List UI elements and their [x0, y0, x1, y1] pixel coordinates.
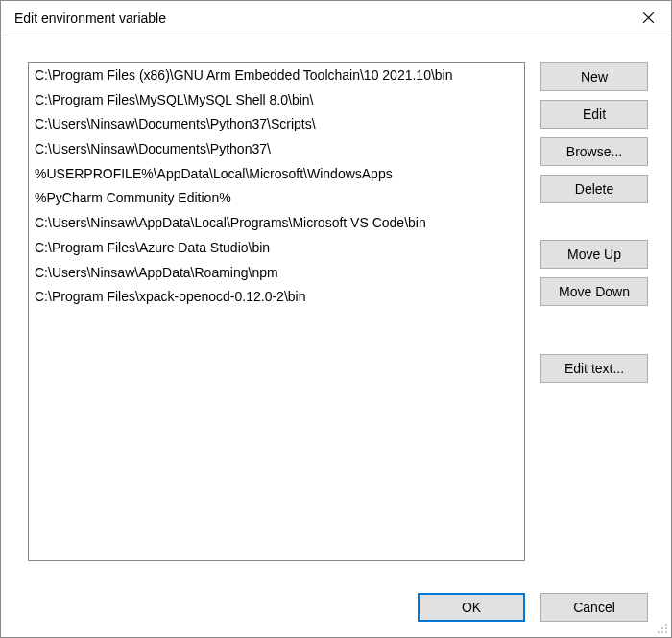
edit-button[interactable]: Edit	[540, 100, 648, 129]
path-listbox[interactable]: C:\Program Files (x86)\GNU Arm Embedded …	[28, 62, 525, 561]
move-up-button[interactable]: Move Up	[540, 240, 648, 269]
delete-button[interactable]: Delete	[540, 175, 648, 203]
list-item[interactable]: C:\Program Files\Azure Data Studio\bin	[29, 236, 524, 261]
side-button-column: New Edit Browse... Delete Move Up Move D…	[540, 62, 648, 579]
close-icon	[642, 12, 655, 24]
spacer	[540, 212, 648, 231]
list-item[interactable]: %USERPROFILE%\AppData\Local\Microsoft\Wi…	[29, 162, 524, 187]
resize-grip-icon[interactable]	[657, 623, 668, 634]
window-title: Edit environment variable	[14, 11, 625, 26]
dialog-footer: OK Cancel	[28, 593, 648, 622]
list-item[interactable]: C:\Program Files\xpack-openocd-0.12.0-2\…	[29, 285, 524, 310]
new-button[interactable]: New	[540, 62, 648, 91]
main-row: C:\Program Files (x86)\GNU Arm Embedded …	[28, 62, 648, 579]
close-button[interactable]	[625, 1, 671, 35]
list-item[interactable]: %PyCharm Community Edition%	[29, 186, 524, 211]
list-item[interactable]: C:\Users\Ninsaw\AppData\Local\Programs\M…	[29, 211, 524, 236]
list-item[interactable]: C:\Users\Ninsaw\AppData\Roaming\npm	[29, 261, 524, 286]
move-down-button[interactable]: Move Down	[540, 277, 648, 306]
spacer	[540, 315, 648, 345]
list-item[interactable]: C:\Users\Ninsaw\Documents\Python37\	[29, 137, 524, 162]
svg-point-3	[661, 627, 663, 629]
dialog-window: Edit environment variable C:\Program Fil…	[0, 0, 672, 638]
edit-text-button[interactable]: Edit text...	[540, 354, 648, 383]
svg-point-7	[665, 631, 667, 633]
ok-button[interactable]: OK	[418, 593, 525, 622]
list-item[interactable]: C:\Program Files\MySQL\MySQL Shell 8.0\b…	[29, 88, 524, 113]
svg-point-6	[661, 631, 663, 633]
dialog-content: C:\Program Files (x86)\GNU Arm Embedded …	[1, 35, 671, 637]
svg-point-2	[665, 624, 667, 626]
list-item[interactable]: C:\Users\Ninsaw\Documents\Python37\Scrip…	[29, 112, 524, 137]
list-item[interactable]: C:\Program Files (x86)\GNU Arm Embedded …	[29, 63, 524, 88]
cancel-button[interactable]: Cancel	[540, 593, 648, 622]
browse-button[interactable]: Browse...	[540, 137, 648, 166]
svg-point-4	[665, 627, 667, 629]
titlebar: Edit environment variable	[1, 1, 671, 35]
svg-point-5	[658, 631, 660, 633]
